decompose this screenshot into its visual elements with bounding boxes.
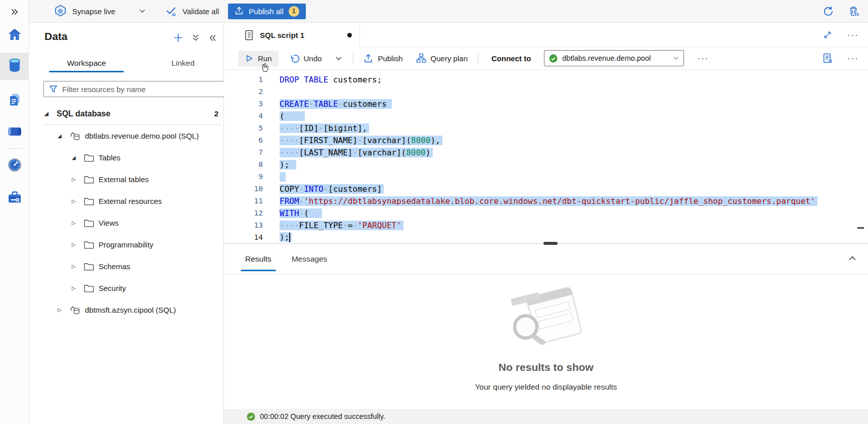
tree-item-views[interactable]: ▷Views [29, 212, 223, 234]
code-line[interactable]: 7····[LAST_NAME]·[varchar](8000) [224, 146, 868, 158]
run-button[interactable]: Run [238, 51, 279, 66]
validate-all-button[interactable]: Validate all [165, 5, 219, 18]
tab-linked[interactable]: Linked [155, 55, 211, 72]
filter-input[interactable] [62, 85, 222, 94]
line-number: 11 [224, 197, 263, 205]
code-line[interactable]: 3CREATE·TABLE·customers [224, 98, 868, 110]
code-token: [bigint], [324, 123, 368, 133]
connect-pool-dropdown[interactable]: dbtlabs.revenue.demo.pool [544, 50, 684, 66]
publish-button[interactable]: Publish [363, 54, 402, 63]
tab-sql-script-1[interactable]: SQL script 1 [224, 23, 360, 48]
expand-rail-button[interactable] [0, 1, 29, 24]
tab-messages[interactable]: Messages [291, 244, 329, 274]
expanded-twisty-icon[interactable]: ◢ [58, 133, 70, 139]
tree-item-tables[interactable]: ◢Tables [29, 147, 223, 168]
collapse-panel-icon[interactable] [208, 34, 217, 42]
nav-monitor[interactable] [0, 154, 29, 178]
properties-icon[interactable] [823, 53, 833, 64]
code-line[interactable]: 11FROM·'https://dbtlabsynapsedatalake.bl… [224, 195, 868, 207]
results-tab-bar: Results Messages [224, 243, 868, 274]
code-token: [varchar]( [357, 148, 406, 157]
tab-more-button[interactable]: ··· [847, 31, 859, 39]
collapsed-twisty-icon[interactable]: ▷ [72, 220, 84, 226]
code-line[interactable]: 10COPY·INTO·[customers] [224, 183, 868, 195]
tree-item-schemas[interactable]: ▷Schemas [29, 256, 223, 277]
selection-highlight: ); [280, 232, 292, 242]
tree-item-programmability[interactable]: ▷Programmability [29, 234, 223, 256]
collapsed-twisty-icon[interactable]: ▷ [58, 307, 70, 313]
tree-item-dbtmsft-azsyn-cipool-sql[interactable]: ▷dbtmsft.azsyn.cipool (SQL) [29, 299, 223, 321]
line-number: 10 [224, 185, 263, 193]
code-line[interactable]: 12WITH·( [224, 207, 868, 219]
code-line[interactable]: 2 [224, 86, 868, 98]
query-plan-button[interactable]: Query plan [416, 53, 468, 63]
code-line[interactable]: 8); [224, 158, 868, 171]
results-splitter-handle[interactable] [543, 242, 558, 245]
nav-manage[interactable] [0, 187, 29, 210]
code-token: · [299, 208, 304, 218]
nav-integrate[interactable] [0, 121, 29, 144]
collapse-results-icon[interactable] [848, 254, 857, 263]
mode-label: Synapse live [72, 7, 115, 16]
discard-trash-icon[interactable] [848, 6, 860, 17]
code-token: FROM [280, 196, 299, 206]
nav-home[interactable] [0, 24, 29, 47]
folder-icon [84, 177, 94, 183]
code-line[interactable]: 6····[FIRST_NAME]·[varchar](8000), [224, 134, 868, 146]
query-plan-icon [416, 53, 426, 63]
pipeline-icon [7, 125, 22, 140]
line-number: 4 [224, 112, 263, 120]
selection-highlight: ); [280, 160, 296, 169]
code-token: CREATE [280, 99, 309, 109]
tree-item-external-tables[interactable]: ▷External tables [29, 168, 223, 190]
undo-dropdown-chevron-icon[interactable] [335, 54, 343, 62]
gauge-icon [8, 158, 22, 174]
selection-highlight: ( [280, 111, 305, 121]
refresh-icon[interactable] [823, 6, 834, 17]
query-status-bar: 00:00:02 Query executed successfully. [224, 409, 868, 424]
code-line[interactable]: 13····FILE_TYPE·=·'PARQUET' [224, 219, 868, 231]
collapsed-twisty-icon[interactable]: ▷ [72, 285, 84, 291]
publish-all-button[interactable]: Publish all 1 [228, 4, 305, 19]
tree-item-label: Views [99, 219, 119, 227]
chevron-double-down-icon[interactable] [192, 33, 200, 42]
tree-item-external-resources[interactable]: ▷External resources [29, 190, 223, 212]
code-line[interactable]: 1DROP TABLE customers; [224, 73, 868, 86]
collapsed-twisty-icon[interactable]: ▷ [72, 242, 84, 247]
line-number: 12 [224, 209, 263, 217]
sql-code-editor[interactable]: 1DROP TABLE customers;23CREATE·TABLE·cus… [224, 70, 868, 243]
mode-dropdown-chevron-icon[interactable] [139, 8, 146, 15]
tree-item-sql-database[interactable]: ◢SQL database2 [29, 103, 223, 124]
folder-icon [84, 220, 94, 227]
toolbar-more-button[interactable]: ··· [697, 54, 709, 63]
add-resource-button[interactable] [173, 33, 183, 43]
text-cursor [289, 233, 290, 242]
tree-item-dbtlabs-revenue-demo-pool-sql[interactable]: ◢dbtlabs.revenue.demo.pool (SQL) [29, 125, 223, 147]
mode-selector[interactable]: Synapse live [54, 4, 115, 19]
tab-results[interactable]: Results [244, 244, 272, 274]
selection-highlight [280, 172, 286, 182]
expanded-twisty-icon[interactable]: ◢ [44, 111, 57, 116]
collapsed-twisty-icon[interactable]: ▷ [72, 177, 84, 182]
code-line[interactable]: 9 [224, 171, 868, 183]
publish-label: Publish [378, 54, 402, 63]
nav-data[interactable] [0, 53, 29, 80]
undo-button[interactable]: Undo [290, 54, 322, 63]
selection-highlight: ····[FIRST_NAME]·[varchar](8000), [280, 136, 442, 145]
expanded-twisty-icon[interactable]: ◢ [72, 155, 84, 160]
code-line[interactable]: 5····[ID]·[bigint], [224, 122, 868, 134]
sql-pool-icon [70, 305, 80, 315]
code-token: ···· [280, 148, 299, 157]
nav-develop[interactable] [0, 89, 29, 112]
code-token: · [343, 221, 348, 230]
tree-item-security[interactable]: ▷Security [29, 277, 223, 299]
collapsed-twisty-icon[interactable]: ▷ [72, 198, 84, 204]
collapsed-twisty-icon[interactable]: ▷ [72, 264, 84, 269]
left-nav-rail [0, 0, 29, 424]
editor-more-button[interactable]: ··· [847, 54, 859, 63]
code-token: ); [280, 232, 289, 242]
synapse-studio-window: Synapse live Validate all Publish all 1 [0, 0, 868, 424]
tab-workspace[interactable]: Workspace [49, 55, 124, 72]
code-line[interactable]: 4( [224, 110, 868, 122]
expand-editor-icon[interactable] [823, 30, 832, 39]
